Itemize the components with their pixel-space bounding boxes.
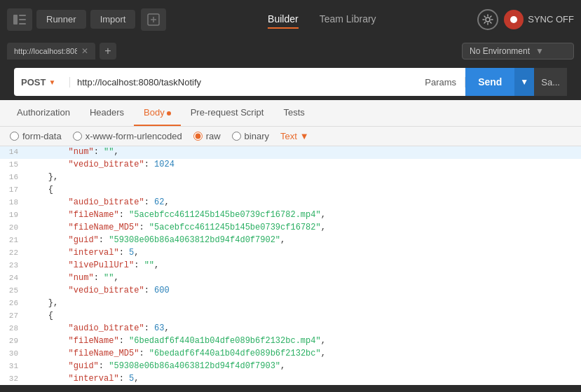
line-content: "fileName_MD5": "6bedadf6f440a1b04dfe089… — [25, 348, 581, 359]
line-content: "livePullUrl": "", — [25, 260, 581, 271]
send-button-group: Send ▼ — [465, 68, 534, 96]
svg-rect-2 — [19, 19, 26, 20]
line-content: "guid": "59308e06b86a4063812bd94f4d0f790… — [25, 234, 581, 246]
settings-icon-button[interactable] — [477, 9, 498, 30]
top-bar-right: SYNC OFF — [477, 9, 574, 30]
request-tab[interactable]: ✕ — [7, 43, 95, 59]
code-line: 20 "fileName_MD5": "5acebfcc4611245b145b… — [0, 222, 581, 234]
urlencoded-label: x-www-form-urlencoded — [86, 131, 182, 141]
code-line: 28 "audio_bitrate": 63, — [0, 323, 581, 335]
tab-url-input[interactable] — [14, 47, 77, 55]
method-selector[interactable]: POST ▼ — [14, 77, 70, 88]
urlencoded-option[interactable]: x-www-form-urlencoded — [73, 131, 182, 141]
raw-label: raw — [206, 131, 221, 141]
top-bar: Runner Import Builder Team Library SYNC … — [0, 0, 581, 38]
line-content: }, — [25, 298, 581, 309]
line-number: 25 — [0, 285, 25, 295]
send-button[interactable]: Send — [465, 68, 514, 96]
tab-body[interactable]: Body — [134, 100, 181, 126]
line-number: 29 — [0, 335, 25, 345]
runner-button[interactable]: Runner — [36, 10, 86, 29]
svg-point-7 — [486, 18, 490, 22]
code-line: 27 { — [0, 310, 581, 323]
add-tab-button[interactable]: + — [100, 43, 116, 59]
text-type-dropdown[interactable]: Text ▼ — [280, 131, 309, 141]
urlencoded-radio[interactable] — [73, 132, 82, 141]
code-line: 25 "vedio_bitrate": 600 — [0, 285, 581, 298]
code-line: 23 "livePullUrl": "", — [0, 260, 581, 272]
svg-rect-0 — [13, 15, 18, 24]
tab-pre-request[interactable]: Pre-request Script — [181, 100, 274, 126]
sync-button[interactable]: SYNC OFF — [504, 10, 574, 29]
line-content: "audio_bitrate": 63, — [25, 323, 581, 334]
line-content: { — [25, 310, 581, 321]
env-label: No Environment — [470, 46, 530, 56]
code-editor[interactable]: 14 "num": "",15 "vedio_bitrate": 102416 … — [0, 146, 581, 385]
code-line: 21 "guid": "59308e06b86a4063812bd94f4d0f… — [0, 234, 581, 247]
request-tabs-row: Authorization Headers Body Pre-request S… — [0, 100, 581, 127]
form-data-option[interactable]: form-data — [10, 131, 62, 141]
url-bar-row: ✕ + No Environment ▼ — [0, 38, 581, 64]
save-button[interactable]: Sa... — [534, 68, 567, 96]
method-url-container: POST ▼ Params Send ▼ Sa... — [0, 64, 581, 100]
environment-selector[interactable]: No Environment ▼ — [462, 43, 574, 59]
line-number: 21 — [0, 234, 25, 244]
line-number: 31 — [0, 360, 25, 370]
import-button[interactable]: Import — [90, 10, 136, 29]
code-line: 26 }, — [0, 298, 581, 310]
binary-radio[interactable] — [232, 132, 241, 141]
tab-authorization[interactable]: Authorization — [7, 100, 80, 126]
code-line: 24 "num": "", — [0, 272, 581, 285]
line-content: "vedio_bitrate": 600 — [25, 285, 581, 296]
tab-tests[interactable]: Tests — [273, 100, 314, 126]
nav-builder[interactable]: Builder — [268, 10, 299, 29]
line-number: 26 — [0, 298, 25, 307]
svg-rect-1 — [19, 15, 26, 16]
send-dropdown-button[interactable]: ▼ — [514, 68, 534, 96]
line-content: "num": "", — [25, 272, 581, 284]
sidebar-toggle-button[interactable] — [7, 8, 32, 31]
line-number: 20 — [0, 222, 25, 232]
tab-close-icon[interactable]: ✕ — [81, 46, 88, 56]
url-input[interactable] — [70, 77, 416, 88]
env-chevron-icon: ▼ — [535, 46, 544, 56]
line-number: 24 — [0, 272, 25, 282]
line-content: "fileName_MD5": "5acebfcc4611245b145be07… — [25, 222, 581, 233]
text-type-chevron-icon: ▼ — [300, 131, 309, 141]
line-content: "num": "", — [25, 146, 581, 158]
code-line: 19 "fileName": "5acebfcc4611245b145be073… — [0, 209, 581, 222]
line-content: { — [25, 184, 581, 195]
binary-option[interactable]: binary — [232, 131, 269, 141]
params-button[interactable]: Params — [416, 77, 465, 88]
line-number: 17 — [0, 184, 25, 194]
code-line: 22 "interval": 5, — [0, 247, 581, 260]
line-content: "interval": 5, — [25, 247, 581, 258]
code-line: 18 "audio_bitrate": 62, — [0, 197, 581, 209]
code-line: 14 "num": "", — [0, 146, 581, 159]
new-tab-icon-button[interactable] — [141, 8, 166, 31]
method-url-row: POST ▼ Params Send ▼ Sa... — [14, 68, 567, 96]
sync-label: SYNC OFF — [528, 14, 574, 24]
code-line: 17 { — [0, 184, 581, 197]
code-line: 16 }, — [0, 172, 581, 184]
tab-headers[interactable]: Headers — [80, 100, 134, 126]
form-data-label: form-data — [22, 131, 62, 141]
raw-radio[interactable] — [193, 132, 203, 141]
nav-team-library[interactable]: Team Library — [320, 10, 376, 29]
text-type-label: Text — [280, 131, 297, 141]
raw-option[interactable]: raw — [193, 131, 221, 141]
line-content: "audio_bitrate": 62, — [25, 197, 581, 208]
form-data-radio[interactable] — [10, 132, 19, 141]
line-number: 23 — [0, 260, 25, 270]
sync-circle-inner — [510, 16, 517, 23]
code-line: 29 "fileName": "6bedadf6f440a1b04dfe089b… — [0, 335, 581, 348]
method-chevron-icon: ▼ — [48, 78, 55, 86]
svg-rect-3 — [19, 23, 26, 24]
code-line: 15 "vedio_bitrate": 1024 — [0, 159, 581, 172]
line-content: }, — [25, 172, 581, 183]
line-number: 32 — [0, 373, 25, 383]
line-content: "fileName": "5acebfcc4611245b145be0739cf… — [25, 209, 581, 220]
line-number: 16 — [0, 172, 25, 181]
line-number: 15 — [0, 159, 25, 169]
code-line: 31 "guid": "59308e06b86a4063812bd94f4d0f… — [0, 360, 581, 373]
